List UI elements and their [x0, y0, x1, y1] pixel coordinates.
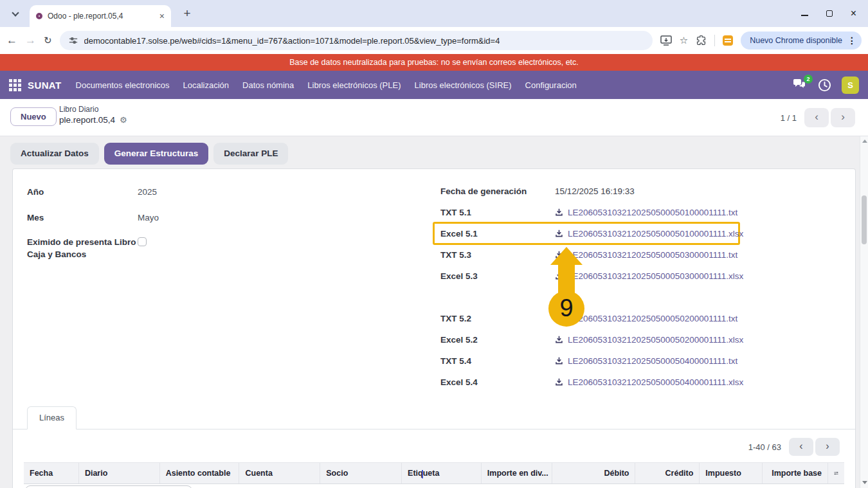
file-label: TXT 5.1 — [440, 208, 555, 217]
column-header-importe-div[interactable]: Importe en div... — [482, 463, 552, 483]
lines-table-header: Fecha Diario Asiento contable Cuenta Soc… — [24, 462, 844, 484]
notebook-tabbar: Líneas — [13, 406, 855, 429]
window-controls: × — [801, 0, 863, 27]
month-value[interactable]: Mayo — [138, 213, 159, 222]
back-button[interactable]: ← — [6, 34, 17, 47]
tab-search-button[interactable] — [6, 5, 24, 22]
file-row-txt-5-1: TXT 5.1 LE206053103212025050005010000111… — [440, 202, 762, 223]
scrollbar-thumb[interactable] — [862, 195, 867, 244]
browser-tabstrip: Odoo - ple.report.05,4 × + × — [0, 0, 868, 27]
nav-item-libros-ple[interactable]: Libros electrónicos (PLE) — [307, 80, 401, 90]
record-pager-count: 1 / 1 — [781, 113, 797, 123]
table-row[interactable] — [24, 485, 844, 488]
new-record-button[interactable]: Nuevo — [10, 107, 57, 126]
exempt-row: Eximido de presenta Libro Caja y Bancos — [27, 232, 303, 260]
app-brand[interactable]: SUNAT — [28, 80, 62, 91]
record-pager-next-button[interactable]: › — [831, 108, 855, 127]
file-name: LE2060531032120250500050100001111.xlsx — [568, 229, 743, 239]
generar-estructuras-button[interactable]: Generar Estructuras — [104, 143, 209, 165]
text-cursor — [422, 470, 423, 478]
generation-label: Fecha de generación — [440, 186, 555, 196]
file-download-link[interactable]: LE2060531032120250500050200001111.xlsx — [555, 335, 743, 345]
file-name: LE2060531032120250500050400001111.txt — [568, 356, 737, 366]
messages-count-badge: 2 — [804, 75, 813, 84]
tab-lineas[interactable]: Líneas — [27, 406, 77, 429]
record-pager-prev-button[interactable]: ‹ — [804, 108, 829, 127]
activities-clock-icon[interactable] — [818, 78, 831, 92]
column-header-importe-base[interactable]: Importe base — [763, 463, 828, 483]
odoo-main-nav: SUNAT Documentos electronicos Localizaci… — [0, 71, 868, 99]
list-pager-prev-button[interactable]: ‹ — [789, 438, 813, 456]
install-icon[interactable] — [660, 35, 672, 46]
reload-button[interactable]: ↻ — [44, 35, 52, 46]
adjust-columns-icon — [834, 469, 838, 477]
gear-icon[interactable]: ⚙ — [120, 115, 127, 125]
chrome-update-button[interactable]: Nuevo Chrome disponible ⋮ — [741, 32, 862, 50]
file-row-spacer — [440, 287, 762, 308]
list-pager-next-button[interactable]: › — [815, 438, 840, 456]
list-pager: 1-40 / 63 ‹ › — [748, 438, 840, 456]
generation-value: 15/12/2025 16:19:33 — [555, 186, 635, 196]
nav-item-documentos[interactable]: Documentos electronicos — [76, 80, 170, 90]
column-header-etiqueta[interactable]: Etiqueta — [402, 463, 482, 483]
file-label: Excel 5.2 — [440, 335, 555, 345]
chrome-update-label: Nuevo Chrome disponible — [750, 36, 842, 45]
download-icon — [555, 357, 563, 365]
new-tab-button[interactable]: + — [179, 5, 195, 22]
file-download-link[interactable]: LE2060531032120250500050400001111.txt — [555, 356, 737, 366]
address-bar[interactable]: democontable17.solse.pe/web#cids=1&menu_… — [60, 31, 653, 50]
window-minimize-button[interactable] — [801, 15, 808, 16]
file-row-excel-5-3: Excel 5.3 LE2060531032120250500050300001… — [440, 266, 762, 287]
column-header-debito[interactable]: Débito — [552, 463, 636, 483]
file-name: LE2060531032120250500050200001111.xlsx — [568, 335, 743, 345]
exempt-checkbox[interactable] — [138, 237, 147, 246]
window-maximize-button[interactable] — [826, 10, 833, 17]
file-download-link[interactable]: LE2060531032120250500050400001111.xlsx — [555, 377, 743, 387]
column-header-credito[interactable]: Crédito — [635, 463, 700, 483]
apps-grid-icon[interactable] — [9, 79, 21, 91]
orange-extension-icon[interactable] — [723, 35, 733, 46]
optional-columns-button[interactable] — [828, 463, 844, 483]
messages-button[interactable]: 2 — [792, 78, 808, 91]
scrollbar-up-arrow[interactable] — [862, 140, 867, 143]
breadcrumb: Libro Diario ple.report.05,4 ⚙ — [59, 105, 127, 125]
column-header-fecha[interactable]: Fecha — [24, 463, 79, 483]
nav-item-configuracion[interactable]: Configuracion — [525, 80, 577, 90]
exempt-label: Eximido de presenta Libro Caja y Bancos — [27, 236, 138, 260]
editing-cell[interactable] — [25, 485, 192, 488]
test-banner-text: Base de datos neutralizada para pruebas:… — [289, 58, 579, 67]
nav-item-libros-sire[interactable]: Libros electrónicos (SIRE) — [415, 80, 512, 90]
url-text: democontable17.solse.pe/web#cids=1&menu_… — [84, 36, 500, 46]
control-panel: Nuevo Libro Diario ple.report.05,4 ⚙ 1 /… — [0, 99, 868, 136]
nav-item-localizacion[interactable]: Localización — [183, 80, 230, 90]
user-avatar[interactable]: S — [842, 77, 859, 94]
actualizar-datos-button[interactable]: Actualizar Datos — [10, 143, 99, 165]
forward-button[interactable]: → — [25, 34, 36, 47]
column-header-cuenta[interactable]: Cuenta — [239, 463, 320, 483]
window-close-button[interactable]: × — [851, 8, 856, 19]
file-name: LE2060531032120250500050300001111.txt — [568, 250, 737, 260]
page-scrollbar[interactable] — [860, 136, 868, 488]
file-name: LE2060531032120250500050300001111.xlsx — [568, 271, 743, 281]
extensions-icon[interactable] — [696, 35, 707, 46]
file-download-link[interactable]: LE2060531032120250500050100001111.xlsx — [555, 229, 743, 239]
bookmark-star-icon[interactable]: ☆ — [680, 35, 688, 46]
browser-tab-active[interactable]: Odoo - ple.report.05,4 × — [30, 5, 171, 27]
breadcrumb-parent[interactable]: Libro Diario — [59, 105, 127, 114]
screen: Odoo - ple.report.05,4 × + × ← → ↻ democ… — [0, 0, 868, 488]
column-header-diario[interactable]: Diario — [79, 463, 160, 483]
month-label: Mes — [27, 212, 138, 224]
tab-close-icon[interactable]: × — [159, 12, 165, 21]
column-header-socio[interactable]: Socio — [320, 463, 402, 483]
month-row: Mes Mayo — [27, 206, 303, 228]
year-value[interactable]: 2025 — [138, 187, 157, 197]
nav-item-datos-nomina[interactable]: Datos nómina — [242, 80, 294, 90]
column-header-impuesto[interactable]: Impuesto — [700, 463, 763, 483]
browser-menu-icon[interactable]: ⋮ — [847, 35, 856, 46]
declarar-ple-button[interactable]: Declarar PLE — [213, 143, 288, 165]
scrollbar-down-arrow[interactable] — [862, 481, 867, 484]
file-download-link[interactable]: LE2060531032120250500050100001111.txt — [555, 208, 737, 217]
file-download-link[interactable]: LE2060531032120250500050300001111.xlsx — [555, 271, 743, 281]
tab-title: Odoo - ple.report.05,4 — [48, 12, 154, 21]
column-header-asiento[interactable]: Asiento contable — [160, 463, 240, 483]
